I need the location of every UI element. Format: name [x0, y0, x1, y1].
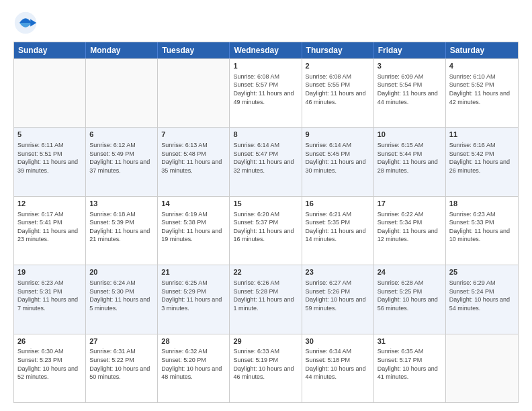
calendar-cell-2-0: 12Sunrise: 6:17 AM Sunset: 5:41 PM Dayli…	[14, 197, 86, 265]
calendar-cell-4-4: 30Sunrise: 6:34 AM Sunset: 5:18 PM Dayli…	[302, 334, 374, 402]
calendar-cell-2-1: 13Sunrise: 6:18 AM Sunset: 5:39 PM Dayli…	[86, 197, 158, 265]
day-info: Sunrise: 6:10 AM Sunset: 5:52 PM Dayligh…	[449, 73, 515, 106]
calendar: SundayMondayTuesdayWednesdayThursdayFrid…	[13, 42, 519, 403]
day-info: Sunrise: 6:09 AM Sunset: 5:54 PM Dayligh…	[378, 73, 442, 106]
calendar-row-1: 5Sunrise: 6:11 AM Sunset: 5:51 PM Daylig…	[14, 127, 518, 195]
day-info: Sunrise: 6:20 AM Sunset: 5:37 PM Dayligh…	[233, 210, 298, 244]
calendar-cell-4-3: 29Sunrise: 6:33 AM Sunset: 5:19 PM Dayli…	[230, 334, 302, 402]
day-info: Sunrise: 6:21 AM Sunset: 5:35 PM Dayligh…	[306, 210, 370, 244]
day-info: Sunrise: 6:19 AM Sunset: 5:38 PM Dayligh…	[161, 210, 226, 244]
day-number: 27	[89, 336, 154, 347]
day-info: Sunrise: 6:14 AM Sunset: 5:45 PM Dayligh…	[306, 141, 370, 175]
day-number: 3	[378, 61, 442, 71]
day-number: 28	[161, 336, 226, 347]
day-info: Sunrise: 6:16 AM Sunset: 5:42 PM Dayligh…	[449, 141, 515, 175]
calendar-cell-1-2: 7Sunrise: 6:13 AM Sunset: 5:48 PM Daylig…	[158, 128, 230, 195]
day-number: 4	[449, 61, 515, 71]
day-number: 18	[449, 199, 515, 209]
calendar-row-0: 1Sunrise: 6:08 AM Sunset: 5:57 PM Daylig…	[14, 58, 518, 127]
day-number: 22	[233, 267, 298, 277]
day-number: 8	[233, 130, 298, 140]
page: SundayMondayTuesdayWednesdayThursdayFrid…	[0, 0, 532, 411]
day-info: Sunrise: 6:35 AM Sunset: 5:17 PM Dayligh…	[378, 347, 442, 381]
calendar-cell-3-0: 19Sunrise: 6:23 AM Sunset: 5:31 PM Dayli…	[14, 265, 86, 333]
day-info: Sunrise: 6:27 AM Sunset: 5:26 PM Dayligh…	[306, 279, 370, 312]
day-info: Sunrise: 6:33 AM Sunset: 5:19 PM Dayligh…	[233, 347, 298, 381]
day-number: 6	[89, 130, 154, 140]
day-number: 17	[378, 199, 442, 209]
day-number: 16	[306, 199, 370, 209]
day-info: Sunrise: 6:08 AM Sunset: 5:55 PM Dayligh…	[306, 73, 370, 106]
calendar-cell-4-1: 27Sunrise: 6:31 AM Sunset: 5:22 PM Dayli…	[86, 334, 158, 402]
day-number: 31	[378, 336, 442, 347]
day-number: 23	[306, 267, 370, 277]
calendar-cell-4-2: 28Sunrise: 6:32 AM Sunset: 5:20 PM Dayli…	[158, 334, 230, 402]
calendar-cell-3-5: 24Sunrise: 6:28 AM Sunset: 5:25 PM Dayli…	[374, 265, 446, 333]
calendar-row-3: 19Sunrise: 6:23 AM Sunset: 5:31 PM Dayli…	[14, 265, 518, 333]
calendar-cell-2-3: 15Sunrise: 6:20 AM Sunset: 5:37 PM Dayli…	[230, 197, 302, 265]
day-info: Sunrise: 6:14 AM Sunset: 5:47 PM Dayligh…	[233, 141, 298, 175]
calendar-cell-3-2: 21Sunrise: 6:25 AM Sunset: 5:29 PM Dayli…	[158, 265, 230, 333]
day-info: Sunrise: 6:23 AM Sunset: 5:31 PM Dayligh…	[17, 279, 82, 312]
weekday-header-thursday: Thursday	[302, 42, 374, 58]
calendar-body: 1Sunrise: 6:08 AM Sunset: 5:57 PM Daylig…	[14, 58, 518, 402]
calendar-cell-2-2: 14Sunrise: 6:19 AM Sunset: 5:38 PM Dayli…	[158, 197, 230, 265]
day-number: 20	[89, 267, 154, 277]
calendar-cell-0-2	[158, 59, 230, 127]
day-number: 7	[161, 130, 226, 140]
calendar-cell-2-6: 18Sunrise: 6:23 AM Sunset: 5:33 PM Dayli…	[446, 197, 518, 265]
weekday-header-tuesday: Tuesday	[158, 42, 230, 58]
weekday-header-friday: Friday	[374, 42, 446, 58]
calendar-cell-1-1: 6Sunrise: 6:12 AM Sunset: 5:49 PM Daylig…	[86, 128, 158, 195]
calendar-cell-0-5: 3Sunrise: 6:09 AM Sunset: 5:54 PM Daylig…	[374, 59, 446, 127]
day-number: 14	[161, 199, 226, 209]
logo	[13, 11, 42, 35]
day-number: 19	[17, 267, 82, 277]
calendar-cell-2-4: 16Sunrise: 6:21 AM Sunset: 5:35 PM Dayli…	[302, 197, 374, 265]
day-info: Sunrise: 6:17 AM Sunset: 5:41 PM Dayligh…	[17, 210, 82, 244]
weekday-header-sunday: Sunday	[14, 42, 86, 58]
day-info: Sunrise: 6:11 AM Sunset: 5:51 PM Dayligh…	[17, 141, 82, 175]
day-number: 9	[306, 130, 370, 140]
calendar-cell-4-6	[446, 334, 518, 402]
day-number: 13	[89, 199, 154, 209]
day-info: Sunrise: 6:28 AM Sunset: 5:25 PM Dayligh…	[378, 279, 442, 312]
calendar-cell-4-0: 26Sunrise: 6:30 AM Sunset: 5:23 PM Dayli…	[14, 334, 86, 402]
day-info: Sunrise: 6:22 AM Sunset: 5:34 PM Dayligh…	[378, 210, 442, 244]
day-info: Sunrise: 6:31 AM Sunset: 5:22 PM Dayligh…	[89, 347, 154, 381]
calendar-cell-3-6: 25Sunrise: 6:29 AM Sunset: 5:24 PM Dayli…	[446, 265, 518, 333]
weekday-header-wednesday: Wednesday	[230, 42, 302, 58]
calendar-cell-0-4: 2Sunrise: 6:08 AM Sunset: 5:55 PM Daylig…	[302, 59, 374, 127]
logo-icon	[13, 11, 38, 35]
day-number: 1	[233, 61, 298, 71]
day-info: Sunrise: 6:26 AM Sunset: 5:28 PM Dayligh…	[233, 279, 298, 312]
header	[13, 11, 519, 35]
day-info: Sunrise: 6:18 AM Sunset: 5:39 PM Dayligh…	[89, 210, 154, 244]
day-number: 21	[161, 267, 226, 277]
calendar-cell-1-4: 9Sunrise: 6:14 AM Sunset: 5:45 PM Daylig…	[302, 128, 374, 195]
calendar-cell-3-1: 20Sunrise: 6:24 AM Sunset: 5:30 PM Dayli…	[86, 265, 158, 333]
calendar-header: SundayMondayTuesdayWednesdayThursdayFrid…	[14, 42, 518, 58]
calendar-row-4: 26Sunrise: 6:30 AM Sunset: 5:23 PM Dayli…	[14, 334, 518, 402]
day-info: Sunrise: 6:15 AM Sunset: 5:44 PM Dayligh…	[378, 141, 442, 175]
calendar-cell-1-0: 5Sunrise: 6:11 AM Sunset: 5:51 PM Daylig…	[14, 128, 86, 195]
day-number: 15	[233, 199, 298, 209]
day-info: Sunrise: 6:30 AM Sunset: 5:23 PM Dayligh…	[17, 347, 82, 381]
day-info: Sunrise: 6:08 AM Sunset: 5:57 PM Dayligh…	[233, 73, 298, 106]
day-info: Sunrise: 6:34 AM Sunset: 5:18 PM Dayligh…	[306, 347, 370, 381]
day-info: Sunrise: 6:32 AM Sunset: 5:20 PM Dayligh…	[161, 347, 226, 381]
calendar-cell-0-6: 4Sunrise: 6:10 AM Sunset: 5:52 PM Daylig…	[446, 59, 518, 127]
day-number: 26	[17, 336, 82, 347]
day-number: 24	[378, 267, 442, 277]
day-number: 10	[378, 130, 442, 140]
day-info: Sunrise: 6:12 AM Sunset: 5:49 PM Dayligh…	[89, 141, 154, 175]
day-info: Sunrise: 6:13 AM Sunset: 5:48 PM Dayligh…	[161, 141, 226, 175]
day-info: Sunrise: 6:29 AM Sunset: 5:24 PM Dayligh…	[449, 279, 515, 312]
calendar-cell-3-3: 22Sunrise: 6:26 AM Sunset: 5:28 PM Dayli…	[230, 265, 302, 333]
weekday-header-monday: Monday	[86, 42, 158, 58]
calendar-cell-2-5: 17Sunrise: 6:22 AM Sunset: 5:34 PM Dayli…	[374, 197, 446, 265]
calendar-cell-0-3: 1Sunrise: 6:08 AM Sunset: 5:57 PM Daylig…	[230, 59, 302, 127]
day-info: Sunrise: 6:25 AM Sunset: 5:29 PM Dayligh…	[161, 279, 226, 312]
calendar-cell-0-1	[86, 59, 158, 127]
day-number: 12	[17, 199, 82, 209]
